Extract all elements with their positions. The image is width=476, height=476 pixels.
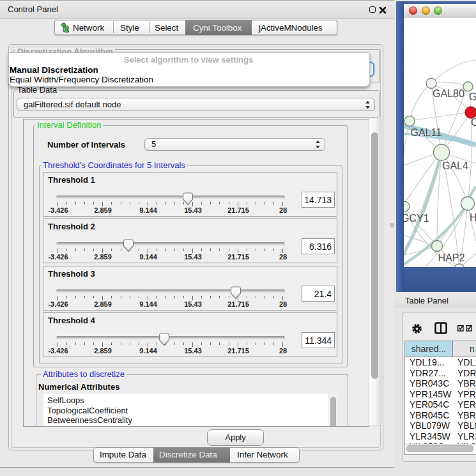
svg-text:GAL4: GAL4 xyxy=(442,160,468,171)
svg-text:H: H xyxy=(470,212,476,223)
svg-text:GCY1: GCY1 xyxy=(404,213,429,224)
svg-text:GA: GA xyxy=(469,91,476,102)
svg-text:GAL80: GAL80 xyxy=(433,88,464,99)
svg-text:GAL11: GAL11 xyxy=(411,127,442,138)
svg-text:HAP2: HAP2 xyxy=(438,252,465,263)
svg-text:C: C xyxy=(471,117,476,128)
